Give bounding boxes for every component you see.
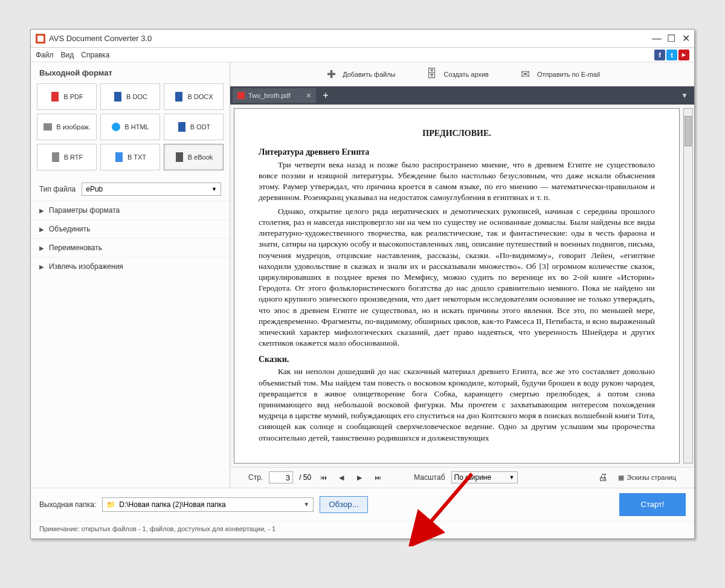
output-row: Выходная папка: 📁 D:\Новая папка (2)\Нов… bbox=[31, 488, 694, 521]
pdf-icon bbox=[50, 92, 60, 102]
tab-bar: Two_broth.pdf × + ▼ bbox=[230, 86, 694, 105]
chevron-right-icon: ▶ bbox=[39, 263, 44, 270]
chevron-right-icon: ▶ bbox=[39, 245, 44, 251]
svg-rect-5 bbox=[44, 123, 52, 131]
svg-point-6 bbox=[112, 123, 120, 131]
first-page-icon[interactable]: ⏮ bbox=[317, 471, 329, 483]
btn-label: Добавить файлы bbox=[343, 71, 395, 78]
doc-paragraph: Три четверти века назад и позже было рас… bbox=[259, 160, 655, 204]
output-path-field[interactable]: 📁 D:\Новая папка (2)\Новая папка ▼ bbox=[102, 497, 314, 512]
youtube-icon[interactable]: ▸ bbox=[678, 50, 689, 60]
format-ebook[interactable]: В eBook bbox=[164, 144, 224, 170]
section-label: Объединить bbox=[49, 225, 91, 233]
svg-rect-3 bbox=[114, 92, 121, 102]
tab-menu-icon[interactable]: ▼ bbox=[681, 91, 692, 100]
doc-title: ПРЕДИСЛОВИЕ. bbox=[259, 128, 655, 140]
thumbnails-label: Эскизы страниц bbox=[627, 474, 676, 481]
tab-close-icon[interactable]: × bbox=[306, 91, 311, 100]
pdf-icon bbox=[237, 92, 245, 99]
folder-icon: 📁 bbox=[106, 500, 115, 509]
format-label: В ODT bbox=[190, 123, 211, 131]
image-icon bbox=[43, 122, 53, 132]
file-type-row: Тип файла ePub ▼ bbox=[31, 178, 230, 201]
send-email-button[interactable]: ✉Отправить по E-mail bbox=[519, 68, 600, 81]
svg-rect-11 bbox=[237, 92, 245, 99]
format-label: В изображ. bbox=[56, 123, 91, 131]
facebook-icon[interactable]: f bbox=[654, 50, 665, 60]
twitter-icon[interactable]: t bbox=[666, 50, 677, 60]
section-rename[interactable]: ▶Переименовать bbox=[31, 238, 230, 257]
btn-label: Создать архив bbox=[443, 71, 488, 78]
chevron-down-icon[interactable]: ▼ bbox=[303, 501, 309, 508]
doc-paragraph: Как ни неполон дошедший до нас сказочный… bbox=[259, 366, 655, 444]
top-toolbar: ✚Добавить файлы 🗄Создать архив ✉Отправит… bbox=[230, 62, 694, 86]
create-archive-button[interactable]: 🗄Создать архив bbox=[425, 68, 488, 81]
format-grid: В PDF В DOC В DOCX В изображ. В HTML В O… bbox=[31, 83, 230, 178]
menubar: Файл Вид Справка f t ▸ bbox=[31, 48, 694, 62]
format-odt[interactable]: В ODT bbox=[164, 114, 224, 140]
prev-page-icon[interactable]: ◀ bbox=[335, 471, 347, 483]
doc-heading-1: Литература древнего Египта bbox=[259, 147, 655, 158]
format-pdf[interactable]: В PDF bbox=[37, 83, 97, 110]
close-button[interactable]: ✕ bbox=[678, 31, 693, 46]
window-controls: — ☐ ✕ bbox=[649, 31, 693, 46]
plus-icon: ✚ bbox=[324, 68, 338, 81]
format-label: В RTF bbox=[64, 153, 83, 161]
zoom-select[interactable]: По ширине ▼ bbox=[451, 471, 518, 483]
format-image[interactable]: В изображ. bbox=[37, 114, 97, 140]
grid-icon: ▦ bbox=[618, 474, 624, 482]
titlebar: AVS Document Converter 3.0 — ☐ ✕ bbox=[31, 30, 694, 48]
docx-icon bbox=[174, 92, 184, 102]
rtf-icon bbox=[51, 152, 60, 162]
btn-label: Отправить по E-mail bbox=[537, 71, 600, 78]
page-total: / 50 bbox=[299, 473, 311, 482]
section-format-params[interactable]: ▶Параметры формата bbox=[31, 201, 230, 219]
next-page-icon[interactable]: ▶ bbox=[353, 471, 366, 483]
file-type-value: ePub bbox=[86, 185, 103, 193]
start-button[interactable]: Старт! bbox=[619, 493, 686, 516]
file-type-select[interactable]: ePub ▼ bbox=[82, 183, 221, 196]
html-icon bbox=[111, 122, 121, 132]
section-merge[interactable]: ▶Объединить bbox=[31, 219, 230, 238]
doc-icon bbox=[113, 92, 123, 102]
section-extract-images[interactable]: ▶Извлечь изображения bbox=[31, 257, 230, 276]
format-html[interactable]: В HTML bbox=[100, 114, 160, 140]
svg-rect-8 bbox=[52, 152, 59, 162]
section-label: Извлечь изображения bbox=[49, 262, 123, 271]
last-page-icon[interactable]: ⏭ bbox=[372, 471, 384, 483]
doc-heading-2: Сказки. bbox=[259, 354, 655, 366]
sidebar: Выходной формат В PDF В DOC В DOCX В изо… bbox=[31, 62, 230, 488]
format-label: В HTML bbox=[124, 123, 149, 131]
format-label: В eBook bbox=[188, 153, 213, 161]
browse-button[interactable]: Обзор... bbox=[320, 496, 368, 513]
zoom-value: По ширине bbox=[454, 473, 492, 482]
ebook-icon bbox=[175, 152, 184, 162]
document-page[interactable]: ПРЕДИСЛОВИЕ. Литература древнего Египта … bbox=[234, 108, 680, 464]
svg-rect-10 bbox=[176, 152, 183, 162]
zoom-label: Масштаб bbox=[414, 473, 445, 482]
chevron-down-icon: ▼ bbox=[509, 474, 515, 480]
format-txt[interactable]: В TXT bbox=[100, 144, 160, 170]
scrollbar-thumb[interactable] bbox=[685, 116, 692, 146]
window-title: AVS Document Converter 3.0 bbox=[49, 34, 649, 43]
format-doc[interactable]: В DOC bbox=[100, 83, 160, 110]
chevron-down-icon: ▼ bbox=[211, 186, 217, 192]
maximize-button[interactable]: ☐ bbox=[664, 31, 678, 46]
doc-paragraph: Однако, открытие целого ряда иератически… bbox=[259, 206, 655, 349]
format-docx[interactable]: В DOCX bbox=[164, 83, 224, 110]
page-input[interactable] bbox=[269, 471, 293, 483]
tab-active[interactable]: Two_broth.pdf × bbox=[233, 88, 316, 103]
print-icon[interactable]: 🖨 bbox=[594, 470, 612, 485]
add-files-button[interactable]: ✚Добавить файлы bbox=[324, 68, 395, 81]
format-rtf[interactable]: В RTF bbox=[37, 144, 97, 170]
format-label: В TXT bbox=[127, 153, 146, 161]
tab-add-button[interactable]: + bbox=[318, 88, 333, 103]
minimize-button[interactable]: — bbox=[649, 31, 664, 46]
menu-file[interactable]: Файл bbox=[36, 51, 54, 59]
thumbnails-button[interactable]: ▦ Эскизы страниц bbox=[618, 474, 676, 482]
svg-rect-4 bbox=[175, 92, 182, 102]
output-folder-label: Выходная папка: bbox=[39, 500, 96, 509]
menu-view[interactable]: Вид bbox=[61, 51, 74, 59]
menu-help[interactable]: Справка bbox=[81, 51, 109, 59]
vertical-scrollbar[interactable] bbox=[683, 108, 693, 464]
